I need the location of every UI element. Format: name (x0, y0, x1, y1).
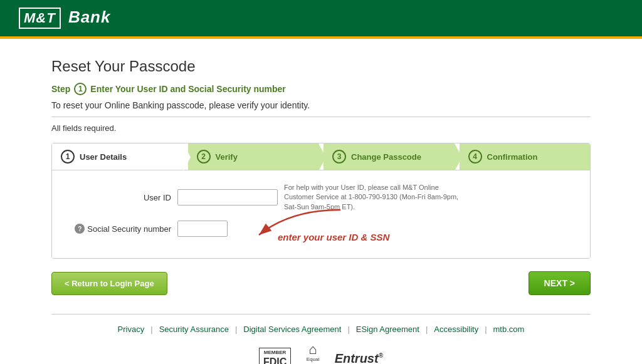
footer-link-security[interactable]: Security Assurance (153, 325, 235, 334)
logo-bank: Bank (63, 8, 111, 26)
fdic-member-text: MEMBER (263, 350, 287, 356)
step-word: Step (51, 84, 70, 94)
ssn-label-group: ? Social Security number (71, 224, 171, 234)
site-header: M&T Bank (0, 0, 642, 39)
footer: Privacy | Security Assurance | Digital S… (51, 314, 591, 364)
annotation-text: enter your user ID & SSN (278, 232, 389, 242)
wizard-step-4: 4 Confirmation (460, 143, 591, 170)
wizard-box: 1 User Details 2 Verify 3 Change Passcod… (51, 143, 591, 259)
logo-mt: M&T (19, 8, 61, 29)
annotation-arrow (240, 204, 366, 254)
wizard-step-3-label: Change Passcode (351, 152, 421, 162)
page-title: Reset Your Passcode (51, 58, 591, 75)
step-label: Step 1 Enter Your User ID and Social Sec… (51, 83, 591, 95)
logo: M&T Bank (19, 8, 623, 29)
ssn-help-icon[interactable]: ? (75, 224, 85, 234)
wizard-step-2: 2 Verify (188, 143, 319, 170)
fdic-badge: MEMBER FDIC (259, 348, 291, 364)
divider (51, 117, 591, 117)
button-row: < Return to Login Page NEXT > (51, 271, 591, 295)
ssn-row: ? Social Security number (71, 221, 571, 237)
user-id-input[interactable] (177, 189, 278, 205)
step-body-text: To reset your Online Banking passcode, p… (51, 100, 591, 110)
wizard-step-2-label: Verify (216, 152, 238, 162)
entrust-sup: ® (379, 352, 383, 359)
footer-links: Privacy | Security Assurance | Digital S… (51, 325, 591, 334)
wizard-step-2-num: 2 (197, 150, 211, 164)
footer-link-privacy[interactable]: Privacy (112, 325, 151, 334)
fdic-text: FDIC (263, 356, 287, 364)
wizard-step-4-label: Confirmation (487, 152, 538, 162)
wizard-step-3: 3 Change Passcode (324, 143, 455, 170)
wizard-form: User ID For help with your User ID, plea… (52, 170, 590, 258)
next-button[interactable]: NEXT > (529, 271, 591, 295)
wizard-step-1: 1 User Details (52, 143, 183, 170)
footer-logos: MEMBER FDIC ⌂ EqualHousingLender Entrust… (51, 343, 591, 364)
wizard-step-3-num: 3 (332, 150, 346, 164)
user-id-label: User ID (71, 193, 171, 202)
wizard-step-4-num: 4 (468, 150, 482, 164)
footer-link-accessibility[interactable]: Accessibility (428, 325, 485, 334)
wizard-step-1-label: User Details (80, 152, 127, 162)
ssn-label: Social Security number (87, 224, 171, 234)
equal-housing-badge: ⌂ EqualHousingLender (303, 343, 322, 364)
entrust-logo: Entrust® (335, 351, 383, 364)
wizard-step-1-num: 1 (61, 150, 75, 164)
footer-link-mtb[interactable]: mtb.com (487, 325, 531, 334)
main-content: Reset Your Passcode Step 1 Enter Your Us… (39, 39, 603, 364)
return-button[interactable]: < Return to Login Page (51, 272, 167, 295)
footer-link-esign[interactable]: ESign Agreement (350, 325, 426, 334)
step-description: Enter Your User ID and Social Security n… (90, 84, 285, 94)
step-number-circle: 1 (74, 83, 87, 95)
house-icon: ⌂ (308, 343, 317, 356)
equal-housing-label: EqualHousingLender (303, 356, 322, 364)
footer-link-digital[interactable]: Digital Services Agreement (237, 325, 347, 334)
fields-required-text: All fields required. (51, 123, 591, 133)
wizard-steps: 1 User Details 2 Verify 3 Change Passcod… (52, 143, 590, 170)
ssn-input[interactable] (177, 221, 228, 237)
